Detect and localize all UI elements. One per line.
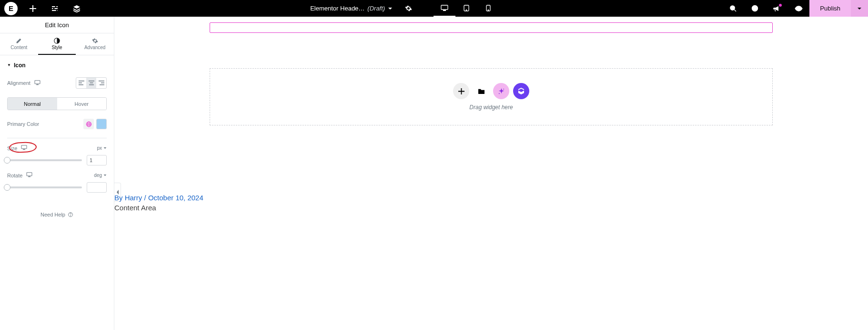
ai-button[interactable] (493, 83, 509, 99)
align-right[interactable] (96, 78, 106, 88)
post-author-link[interactable]: By Harry (114, 194, 142, 202)
preview-button[interactable] (787, 0, 809, 17)
align-center[interactable] (86, 78, 96, 88)
panel-tabs: Content Style Advanced (0, 33, 114, 55)
need-help-label: Need Help (40, 212, 65, 217)
size-input[interactable] (87, 155, 107, 165)
finder-button[interactable] (722, 0, 744, 17)
publish-button[interactable]: Publish (809, 0, 851, 17)
document-title-wrap[interactable]: Elementor Heade… (Draft) (310, 5, 393, 12)
gear-icon (92, 38, 98, 44)
section-icon-toggle[interactable]: ▼ Icon (7, 62, 107, 69)
contrast-icon (54, 38, 60, 44)
pencil-icon (16, 38, 22, 44)
primary-color-label: Primary Color (7, 121, 39, 127)
svg-rect-27 (21, 145, 27, 149)
global-color-button[interactable] (83, 119, 94, 129)
drop-hint: Drag widget here (469, 104, 513, 111)
svg-point-9 (730, 6, 735, 10)
container-button[interactable] (513, 83, 529, 99)
desktop-small-icon (21, 145, 27, 150)
tab-style[interactable]: Style (38, 33, 76, 55)
add-template-button[interactable] (473, 83, 489, 99)
svg-rect-14 (35, 80, 40, 83)
sparkle-icon (498, 88, 505, 95)
post-date-link[interactable]: October 10, 2024 (148, 194, 203, 202)
layers-icon (73, 5, 81, 12)
alignment-choices (76, 77, 107, 89)
responsive-tablet[interactable] (455, 0, 477, 17)
tab-content[interactable]: Content (0, 33, 38, 55)
svg-rect-20 (90, 82, 93, 83)
need-help-link[interactable]: Need Help (7, 212, 107, 217)
svg-point-11 (755, 10, 755, 10)
help-button[interactable] (744, 0, 766, 17)
rotate-unit-label: deg (94, 173, 102, 178)
size-unit-select[interactable]: px (97, 145, 107, 151)
globe-icon (86, 121, 92, 127)
container-icon (517, 87, 525, 95)
rotate-slider[interactable] (7, 186, 82, 188)
svg-point-1 (53, 8, 55, 9)
svg-rect-29 (27, 173, 32, 176)
responsive-desktop[interactable] (434, 0, 455, 17)
svg-rect-23 (101, 82, 104, 83)
add-section-button[interactable] (453, 83, 469, 99)
tab-advanced[interactable]: Advanced (76, 33, 114, 55)
gear-icon (405, 5, 412, 12)
svg-rect-30 (29, 176, 31, 177)
elementor-logo[interactable]: E (4, 2, 18, 15)
plus-icon (30, 5, 36, 12)
align-left[interactable] (76, 78, 86, 88)
svg-rect-16 (79, 81, 84, 82)
responsive-toggle-icon[interactable] (34, 80, 40, 86)
size-slider[interactable] (7, 159, 82, 161)
chevron-down-icon (857, 6, 862, 11)
chevron-down-icon (103, 174, 107, 177)
rotate-label: Rotate (7, 173, 22, 178)
primary-color-swatch[interactable] (96, 119, 107, 129)
site-settings-button[interactable] (44, 0, 66, 17)
svg-rect-22 (99, 81, 104, 82)
svg-point-0 (55, 6, 57, 7)
state-hover[interactable]: Hover (57, 98, 107, 110)
caret-down-icon: ▼ (7, 63, 11, 67)
tab-content-label: Content (10, 45, 27, 50)
svg-point-6 (466, 10, 466, 10)
top-bar: E Elementor Heade… (Draft) (0, 0, 868, 17)
svg-point-33 (503, 88, 504, 89)
tab-style-label: Style (51, 45, 62, 50)
responsive-mobile[interactable] (477, 0, 499, 17)
add-element-button[interactable] (22, 0, 44, 17)
mobile-icon (486, 5, 491, 11)
svg-rect-15 (36, 84, 39, 85)
search-icon (729, 5, 737, 12)
meta-separator: / (142, 194, 148, 202)
rotate-slider-thumb[interactable] (4, 184, 10, 191)
svg-rect-28 (23, 149, 26, 150)
svg-rect-21 (89, 84, 94, 85)
svg-point-8 (488, 10, 488, 10)
svg-rect-4 (443, 10, 446, 11)
size-unit-label: px (97, 145, 102, 151)
whats-new-button[interactable] (766, 0, 787, 17)
page-settings-button[interactable] (397, 0, 419, 17)
chevron-down-icon (388, 6, 393, 11)
state-tabs: Normal Hover (7, 97, 107, 110)
size-slider-thumb[interactable] (4, 157, 10, 164)
rotate-responsive-toggle[interactable] (26, 172, 32, 178)
state-normal[interactable]: Normal (8, 98, 57, 110)
publish-options-button[interactable] (851, 0, 868, 17)
rotate-input[interactable] (87, 182, 107, 193)
preview-canvas: Drag widget here By Harry / October 10, … (114, 17, 868, 330)
section-icon-heading: Icon (14, 62, 26, 69)
chevron-down-icon (103, 146, 107, 150)
selected-icon-widget[interactable] (210, 22, 773, 33)
document-title: Elementor Heade… (310, 5, 364, 12)
size-responsive-toggle[interactable] (21, 145, 27, 151)
rotate-unit-select[interactable]: deg (94, 173, 107, 178)
empty-section[interactable]: Drag widget here (210, 68, 773, 125)
structure-button[interactable] (66, 0, 88, 17)
help-circle-icon (68, 212, 73, 217)
folder-icon (478, 88, 485, 94)
